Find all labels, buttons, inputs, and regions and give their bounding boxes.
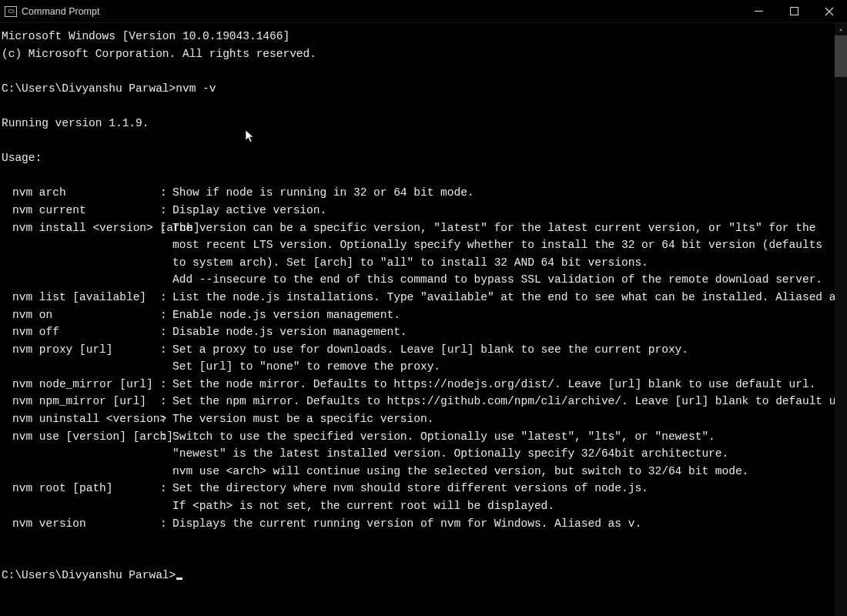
help-row: nvm use <arch> will continue using the s… [2,463,833,480]
terminal-line: Microsoft Windows [Version 10.0.19043.14… [2,28,833,45]
terminal-line: (c) Microsoft Corporation. All rights re… [2,45,833,63]
help-description: Set the npm mirror. Defaults to https://… [172,393,835,410]
help-command: nvm current [2,202,160,219]
terminal-line: C:\Users\Divyanshu Parwal>nvm -v [2,80,833,98]
help-description-cont: most recent LTS version. Optionally spec… [172,239,822,251]
help-separator: : [160,341,172,359]
help-separator: : [160,515,172,533]
help-row: nvm list [available]: List the node.js i… [2,289,833,306]
scroll-thumb[interactable] [835,35,847,77]
help-description: Set the node mirror. Defaults to https:/… [172,376,833,393]
help-row: nvm uninstall <version>: The version mus… [2,410,833,428]
prompt-text: C:\Users\Divyanshu Parwal> [2,569,176,581]
help-row: "newest" is the latest installed version… [2,445,833,463]
help-command: nvm node_mirror [url] [2,376,160,393]
help-description-cont: nvm use <arch> will continue using the s… [172,465,748,477]
help-separator: : [160,289,172,306]
help-separator: : [160,219,172,237]
help-description: Disable node.js version management. [172,323,833,341]
help-description: Switch to use the specified version. Opt… [172,428,833,446]
help-command: nvm npm_mirror [url] [2,393,160,410]
help-description: List the node.js installations. Type "av… [172,289,835,306]
help-description-cont: Set [url] to "none" to remove the proxy. [172,360,440,373]
titlebar[interactable]: C:\ Command Prompt [0,0,847,23]
help-separator: : [160,184,172,202]
help-description: Displays the current running version of … [172,515,833,533]
close-button[interactable] [812,0,847,23]
help-description: The version can be a specific version, "… [172,219,833,237]
help-row: nvm root [path]: Set the directory where… [2,480,833,497]
help-separator: : [160,410,172,428]
maximize-button[interactable] [776,0,812,23]
help-row: nvm proxy [url]: Set a proxy to use for … [2,341,833,359]
help-row: nvm version: Displays the current runnin… [2,515,833,533]
help-command: nvm use [version] [arch] [2,428,160,446]
help-description-cont: Add --insecure to the end of this comman… [172,273,822,286]
copyright-line: (c) Microsoft Corporation. All rights re… [2,48,316,60]
client-area: Microsoft Windows [Version 10.0.19043.14… [0,23,847,616]
terminal-line: Usage: [2,149,833,167]
prompt-text: C:\Users\Divyanshu Parwal> [2,82,176,95]
help-command: nvm install <version> [arch] [2,219,160,237]
terminal-line [2,97,833,115]
help-separator: : [160,480,172,497]
entered-command: nvm -v [176,82,216,95]
help-command: nvm on [2,306,160,324]
help-command: nvm proxy [url] [2,341,160,359]
help-description-cont: to system arch). Set [arch] to "all" to … [172,256,648,269]
terminal-line: C:\Users\Divyanshu Parwal> [2,567,833,584]
help-description: Enable node.js version management. [172,306,833,324]
help-command: nvm root [path] [2,480,160,497]
help-separator: : [160,376,172,393]
help-command: nvm version [2,515,160,533]
help-separator: : [160,393,172,410]
minimize-icon [755,7,763,15]
help-row: Set [url] to "none" to remove the proxy. [2,358,833,376]
help-description-cont: If <path> is not set, the current root w… [172,500,554,512]
help-row: Add --insecure to the end of this comman… [2,271,833,289]
terminal-line [2,550,833,567]
window-controls [741,0,847,23]
scroll-up-arrow-icon[interactable]: ▴ [835,23,847,35]
os-version-line: Microsoft Windows [Version 10.0.19043.14… [2,30,290,42]
window-title-text: Command Prompt [22,6,99,17]
help-row: nvm off: Disable node.js version managem… [2,323,833,341]
help-description-cont: "newest" is the latest installed version… [172,447,728,460]
help-separator: : [160,306,172,324]
help-row: nvm current: Display active version. [2,202,833,219]
help-row: nvm on: Enable node.js version managemen… [2,306,833,324]
help-row: If <path> is not set, the current root w… [2,497,833,515]
help-separator: : [160,202,172,219]
text-cursor [176,578,182,580]
help-separator: : [160,428,172,446]
help-row: nvm npm_mirror [url]: Set the npm mirror… [2,393,833,410]
help-row: nvm arch: Show if node is running in 32 … [2,184,833,202]
help-command: nvm uninstall <version> [2,410,160,428]
help-description: Display active version. [172,202,833,219]
help-description: The version must be a specific version. [172,410,833,428]
help-row: nvm use [version] [arch]: Switch to use … [2,428,833,446]
usage-label: Usage: [2,152,42,164]
maximize-icon [790,7,798,15]
help-row: nvm install <version> [arch]: The versio… [2,219,833,237]
help-row: most recent LTS version. Optionally spec… [2,236,833,254]
terminal-output[interactable]: Microsoft Windows [Version 10.0.19043.14… [0,23,835,616]
terminal-line: Running version 1.1.9. [2,115,833,132]
help-description: Set the directory where nvm should store… [172,480,833,497]
close-icon [825,7,834,16]
scrollbar[interactable]: ▴ [835,23,847,616]
nvm-running-line: Running version 1.1.9. [2,117,149,129]
window-title: C:\ Command Prompt [5,6,99,17]
help-row: to system arch). Set [arch] to "all" to … [2,254,833,272]
minimize-button[interactable] [741,0,776,23]
help-command: nvm arch [2,184,160,202]
terminal-line [2,62,833,80]
help-row: nvm node_mirror [url]: Set the node mirr… [2,376,833,393]
help-description: Show if node is running in 32 or 64 bit … [172,184,833,202]
terminal-line [2,532,833,550]
help-command: nvm off [2,323,160,341]
help-separator: : [160,323,172,341]
help-description: Set a proxy to use for downloads. Leave … [172,341,833,359]
terminal-line [2,167,833,185]
terminal-line [2,132,833,150]
